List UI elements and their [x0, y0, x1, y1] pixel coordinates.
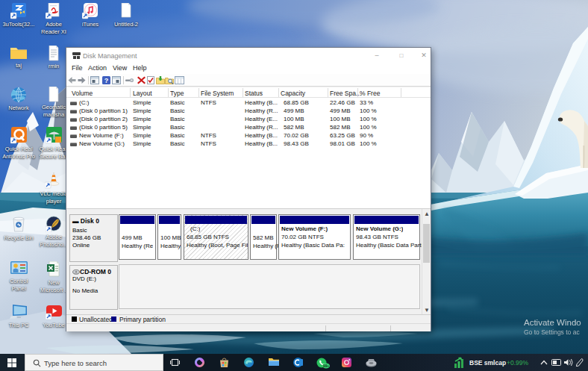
- svg-text:Go to Settings to ac: Go to Settings to ac: [524, 328, 580, 336]
- svg-text:?: ?: [104, 77, 109, 84]
- svg-text:Activate Windo: Activate Windo: [524, 318, 581, 327]
